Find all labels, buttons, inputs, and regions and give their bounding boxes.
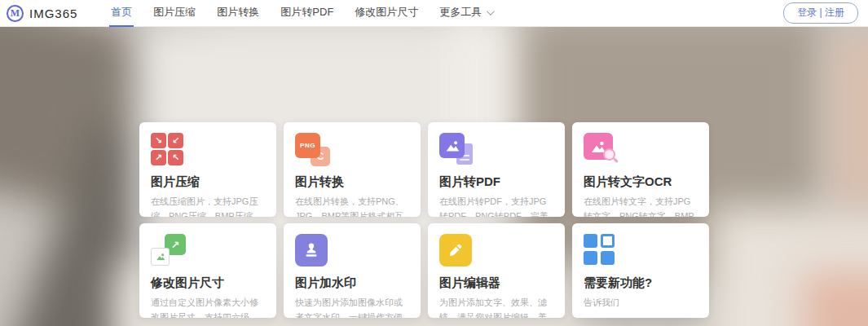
top-navbar: M IMG365 首页 图片压缩 图片转换 图片转PDF 修改图片尺寸 更多工具… <box>0 0 868 27</box>
card-title: 修改图片尺寸 <box>151 275 265 291</box>
nav-item-label: 首页 <box>111 5 132 20</box>
blue-square-icon <box>584 234 597 248</box>
card-image-convert[interactable]: C PNG 图片转换 在线图片转换，支持PNG、JPG、BMP等图片格式相互转换 <box>284 122 421 217</box>
blue-square-icon <box>584 251 597 265</box>
main-nav: 首页 图片压缩 图片转换 图片转PDF 修改图片尺寸 更多工具 <box>100 0 503 27</box>
card-description: 通过自定义图片像素大小修改图片尺寸，支持四六级、公务员、会计、医... <box>151 295 265 318</box>
nav-item-label: 更多工具 <box>439 5 482 20</box>
blue-square-icon <box>601 251 615 265</box>
compress-icon: ↘ ↙ ↗ ↖ <box>151 133 188 167</box>
feature-card-grid: ↘ ↙ ↗ ↖ 图片压缩 在线压缩图片，支持JPG压缩、PNG压缩、BMP压缩、… <box>139 122 709 318</box>
card-image-editor[interactable]: 图片编辑器 为图片添加文字、效果、滤镜，满足您对图片编辑、美化的所有需求 <box>428 223 565 318</box>
resize-icon: ↗ <box>151 234 188 268</box>
card-title: 图片加水印 <box>295 275 409 291</box>
card-resize-image[interactable]: ↗ 修改图片尺寸 通过自定义图片像素大小修改图片尺寸，支持四六级、公务员、会计、… <box>139 223 276 318</box>
stamp-icon <box>295 234 328 267</box>
card-image-watermark[interactable]: 图片加水印 快速为图片添加图像水印或者文字水印，一键操作方便快捷 <box>284 223 421 318</box>
arrow-inward-icon: ↗ <box>151 150 166 165</box>
nav-item-image-convert[interactable]: 图片转换 <box>215 0 261 27</box>
login-register-button[interactable]: 登录 | 注册 <box>783 2 858 24</box>
image-to-pdf-icon <box>439 133 477 167</box>
picture-icon <box>439 133 465 158</box>
small-picture-icon <box>151 248 170 266</box>
watermark-icon <box>295 234 333 268</box>
editor-icon <box>439 234 477 268</box>
card-new-feature[interactable]: 需要新功能? 告诉我们 <box>572 223 709 318</box>
card-description: 告诉我们 <box>584 295 698 310</box>
card-description: 为图片添加文字、效果、滤镜，满足您对图片编辑、美化的所有需求 <box>439 295 553 318</box>
chevron-down-icon <box>487 7 495 15</box>
card-image-to-pdf[interactable]: 图片转PDF 在线图片转PDF，支持JPG转PDF、PNG转PDF，完美呈现图片… <box>428 122 565 217</box>
card-title: 图片转换 <box>295 174 409 190</box>
bg-blob <box>831 35 868 206</box>
nav-item-more-tools[interactable]: 更多工具 <box>438 0 494 27</box>
nav-item-image-compress[interactable]: 图片压缩 <box>152 0 197 27</box>
nav-item-label: 图片压缩 <box>153 5 196 20</box>
logo-m-icon: M <box>7 5 24 22</box>
brand-name: IMG365 <box>29 7 77 20</box>
card-title: 图片压缩 <box>151 174 265 190</box>
card-description: 在线图片转PDF，支持JPG转PDF、PNG转PDF，完美呈现图片样式 <box>439 194 553 217</box>
magnifier-icon <box>603 148 615 161</box>
arrow-inward-icon: ↘ <box>151 133 166 148</box>
brand-logo[interactable]: M IMG365 <box>7 5 77 22</box>
card-title: 图片编辑器 <box>439 275 553 291</box>
ocr-icon <box>584 133 621 167</box>
nav-item-image-to-pdf[interactable]: 图片转PDF <box>279 0 335 27</box>
card-description: 快速为图片添加图像水印或者文字水印，一键操作方便快捷 <box>295 295 409 318</box>
nav-item-home[interactable]: 首页 <box>109 0 134 27</box>
card-title: 图片转文字OCR <box>584 174 698 190</box>
nav-item-label: 图片转PDF <box>280 5 333 20</box>
arrow-inward-icon: ↖ <box>168 150 183 165</box>
hollow-square-icon <box>601 234 615 248</box>
pencil-icon <box>439 234 472 267</box>
card-title: 图片转PDF <box>439 174 553 190</box>
convert-icon: C PNG <box>295 133 333 167</box>
arrow-inward-icon: ↙ <box>168 133 183 148</box>
card-image-to-text-ocr[interactable]: 图片转文字OCR 在线图片转文字，支持JPG转文字、PNG转文字、BMP转文字等… <box>572 122 709 217</box>
card-description: 在线图片转文字，支持JPG转文字、PNG转文字、BMP转文字等多种格式 <box>584 194 698 217</box>
card-description: 在线压缩图片，支持JPG压缩、PNG压缩、BMP压缩、GIF压缩、图片压缩... <box>151 194 265 217</box>
logo-letter: M <box>11 7 20 20</box>
card-title: 需要新功能? <box>584 275 698 291</box>
png-badge-icon: PNG <box>295 133 320 158</box>
bg-blob <box>803 271 868 326</box>
nav-item-resize-image[interactable]: 修改图片尺寸 <box>353 0 420 27</box>
nav-item-label: 修改图片尺寸 <box>355 5 418 20</box>
new-feature-icon <box>584 234 621 268</box>
nav-item-label: 图片转换 <box>217 5 259 20</box>
card-image-compress[interactable]: ↘ ↙ ↗ ↖ 图片压缩 在线压缩图片，支持JPG压缩、PNG压缩、BMP压缩、… <box>139 122 276 217</box>
card-description: 在线图片转换，支持PNG、JPG、BMP等图片格式相互转换 <box>295 194 409 217</box>
